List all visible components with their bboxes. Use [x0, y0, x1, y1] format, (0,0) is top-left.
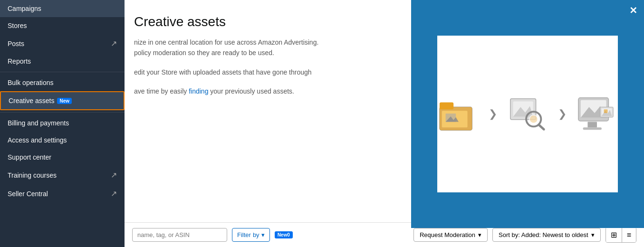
search-illustration-icon: [507, 93, 548, 135]
sidebar-item-training-label: Training courses: [8, 171, 57, 179]
sidebar-item-campaigns[interactable]: Campaigns: [0, 0, 125, 17]
training-external-icon: ↗: [111, 171, 117, 180]
sidebar-item-billing-label: Billing and payments: [8, 119, 69, 127]
sidebar-item-seller-label: Seller Central: [8, 190, 48, 198]
description-text: nize in one central location for use acr…: [134, 37, 410, 58]
svg-rect-21: [604, 109, 608, 113]
divider-2: [0, 112, 125, 113]
sidebar-item-bulk-label: Bulk operations: [8, 79, 54, 86]
sidebar-item-billing[interactable]: Billing and payments: [0, 114, 125, 132]
filter-button[interactable]: Filter by ▾: [232, 228, 270, 242]
screen-illustration-icon: [576, 93, 618, 135]
desc-line2: policy moderation so they are ready to b…: [134, 49, 274, 57]
sidebar-item-posts-label: Posts: [8, 40, 24, 48]
arrow-right-icon-1: ❯: [489, 108, 497, 120]
sidebar-item-stores[interactable]: Stores: [0, 17, 125, 34]
sidebar-item-creative-label: Creative assets: [9, 97, 54, 104]
sidebar-item-access-settings[interactable]: Access and settings: [0, 132, 125, 149]
sort-button[interactable]: Sort by: Added: Newest to oldest ▾: [492, 228, 601, 242]
description-text-3: ave time by easily finding your previous…: [134, 86, 410, 96]
arrow-right-icon-2: ❯: [558, 108, 567, 120]
filter-chevron-icon: ▾: [261, 231, 265, 238]
desc-line4b: your previously used assets.: [208, 87, 294, 95]
new-count-badge: New0: [275, 231, 293, 238]
sidebar-item-creative-assets[interactable]: Creative assets New: [0, 91, 125, 110]
modal-panel: ✕ ❯: [411, 0, 644, 228]
main-content: Creative assets nize in one central loca…: [125, 0, 644, 247]
sort-label: Sort by: Added: Newest to oldest: [499, 231, 588, 238]
sidebar-item-reports-label: Reports: [8, 57, 31, 65]
desc-line3: edit your Store with uploaded assets tha…: [134, 68, 312, 76]
sort-chevron-icon: ▾: [591, 231, 595, 238]
svg-rect-17: [583, 127, 602, 130]
filter-label: Filter: [237, 231, 251, 238]
sidebar-item-campaigns-label: Campaigns: [8, 5, 41, 12]
grid-view-button[interactable]: ⊞: [606, 228, 622, 242]
desc-line4a: ave time by easily: [134, 87, 189, 95]
divider-1: [0, 72, 125, 72]
folder-illustration-icon: [437, 93, 479, 135]
svg-point-12: [530, 115, 538, 123]
grid-icon: ⊞: [611, 231, 617, 239]
list-icon: ≡: [627, 231, 631, 239]
sidebar-item-support[interactable]: Support center: [0, 149, 125, 166]
creative-assets-new-badge: New: [57, 98, 72, 104]
sidebar-item-reports[interactable]: Reports: [0, 53, 125, 70]
external-link-icon: ↗: [111, 39, 117, 48]
filter-suffix: by: [253, 231, 260, 238]
svg-rect-16: [587, 122, 597, 128]
svg-line-11: [538, 124, 544, 129]
modal-image-box: ❯ ❯: [437, 36, 618, 192]
seller-external-icon: ↗: [111, 189, 117, 198]
desc-line1: nize in one central location for use acr…: [134, 38, 318, 46]
search-input[interactable]: [132, 228, 227, 242]
request-moderation-label: Request Moderation: [420, 231, 475, 238]
sidebar-item-support-label: Support center: [8, 153, 51, 161]
sidebar-item-training[interactable]: Training courses ↗: [0, 166, 125, 184]
request-moderation-chevron: ▾: [478, 231, 481, 238]
list-view-button[interactable]: ≡: [622, 228, 636, 242]
sidebar-item-bulk-operations[interactable]: Bulk operations: [0, 74, 125, 91]
sidebar-item-seller-central[interactable]: Seller Central ↗: [0, 184, 125, 203]
desc-highlight: finding: [189, 87, 208, 95]
sidebar-item-access-label: Access and settings: [8, 136, 67, 144]
request-moderation-button[interactable]: Request Moderation ▾: [413, 228, 488, 242]
sidebar-item-posts[interactable]: Posts ↗: [0, 34, 125, 53]
sidebar-item-stores-label: Stores: [8, 22, 27, 29]
modal-close-button[interactable]: ✕: [629, 5, 637, 16]
view-toggle: ⊞ ≡: [606, 227, 636, 243]
sidebar: Campaigns Stores Posts ↗ Reports Bulk op…: [0, 0, 125, 247]
description-text-2: edit your Store with uploaded assets tha…: [134, 67, 410, 77]
